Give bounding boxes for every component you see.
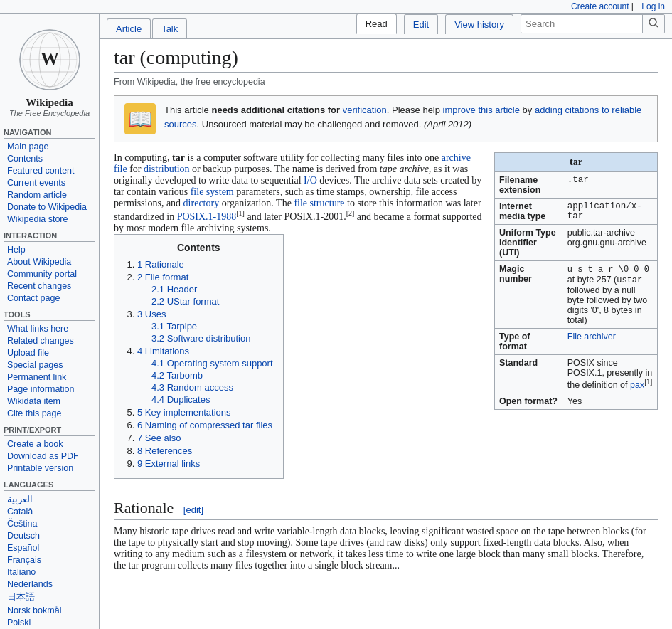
sidebar-item-lang-fr[interactable]: Français bbox=[7, 555, 41, 565]
posix-link[interactable]: POSIX.1-1988 bbox=[177, 211, 237, 222]
print-heading: Print/export bbox=[4, 426, 95, 436]
toc-link-uses[interactable]: 3 Uses bbox=[137, 309, 166, 319]
sidebar-item-contact[interactable]: Contact page bbox=[7, 293, 60, 303]
toc-link-ossupport[interactable]: 4.1 Operating system support bbox=[151, 358, 273, 369]
content-wrap: Article Talk Read Edit View history bbox=[100, 14, 672, 629]
table-row: Standard POSIX since POSIX.1, presently … bbox=[495, 355, 657, 393]
sidebar-item-page-info[interactable]: Page information bbox=[7, 384, 75, 394]
sidebar-item-store[interactable]: Wikipedia store bbox=[7, 214, 68, 224]
warning-box: 📖 This article needs additional citation… bbox=[114, 95, 658, 142]
toc-link-randomaccess[interactable]: 4.3 Random access bbox=[151, 382, 233, 393]
toc-link-header[interactable]: 2.1 Header bbox=[151, 284, 197, 295]
tab-read[interactable]: Read bbox=[356, 14, 397, 34]
sidebar-item-printable[interactable]: Printable version bbox=[7, 463, 73, 473]
improve-article-link[interactable]: improve this article bbox=[443, 105, 520, 115]
sidebar-item-main-page[interactable]: Main page bbox=[7, 142, 48, 152]
list-item: 4 Limitations 4.1 Operating system suppo… bbox=[137, 346, 273, 405]
list-item: 2.1 Header bbox=[151, 284, 273, 295]
toc-link-references[interactable]: 8 References bbox=[137, 445, 192, 456]
list-item: 8 References bbox=[137, 445, 273, 456]
file-structure-link[interactable]: file structure bbox=[294, 198, 344, 208]
filesystem-link[interactable]: file system bbox=[191, 186, 234, 197]
sidebar-item-upload[interactable]: Upload file bbox=[7, 348, 49, 358]
directory-link[interactable]: directory bbox=[183, 198, 220, 208]
verification-link[interactable]: verification bbox=[343, 105, 387, 115]
infobox-value: public.tar-archive org.gnu.gnu-archive bbox=[563, 225, 657, 261]
toc-link-externallinks[interactable]: 9 External links bbox=[137, 458, 200, 469]
sidebar-item-random[interactable]: Random article bbox=[7, 190, 67, 200]
tab-talk[interactable]: Talk bbox=[152, 18, 187, 38]
toc-link-ustar[interactable]: 2.2 UStar format bbox=[151, 296, 219, 307]
sidebar-item-lang-de[interactable]: Deutsch bbox=[7, 531, 40, 541]
sidebar-item-donate[interactable]: Donate to Wikipedia bbox=[7, 202, 87, 212]
sidebar-item-help[interactable]: Help bbox=[7, 245, 26, 255]
search-input[interactable] bbox=[521, 16, 642, 32]
infobox-label: Standard bbox=[495, 355, 563, 393]
sidebar-item-create-book[interactable]: Create a book bbox=[7, 439, 63, 449]
sidebar-item-cite[interactable]: Cite this page bbox=[7, 408, 61, 418]
toc-link-naming[interactable]: 6 Naming of compressed tar files bbox=[137, 420, 272, 430]
sidebar-item-lang-ca[interactable]: Català bbox=[7, 507, 33, 517]
search-button[interactable] bbox=[642, 15, 664, 33]
tab-edit[interactable]: Edit bbox=[404, 14, 438, 34]
sidebar-item-featured[interactable]: Featured content bbox=[7, 166, 75, 176]
rationale-edit-link[interactable]: [edit] bbox=[183, 504, 203, 515]
article-with-infobox: tar Filename extension .tar Internet med… bbox=[114, 152, 658, 571]
list-item: 4.2 Tarbomb bbox=[151, 370, 273, 381]
infobox-title: tar bbox=[495, 153, 657, 171]
search-icon bbox=[649, 18, 658, 28]
infobox-label: Internet media type bbox=[495, 199, 563, 225]
toc-link-softwaredist[interactable]: 3.2 Software distribution bbox=[151, 333, 250, 344]
sidebar-item-whatlinks[interactable]: What links here bbox=[7, 324, 68, 334]
warning-icon: 📖 bbox=[124, 103, 156, 134]
infobox: tar Filename extension .tar Internet med… bbox=[494, 152, 658, 410]
toc-link-implementations[interactable]: 5 Key implementations bbox=[137, 407, 231, 418]
logo-area: W Wikipedia The Free Encyclopedia bbox=[0, 21, 99, 121]
tab-view-history[interactable]: View history bbox=[445, 14, 513, 34]
sidebar-item-lang-ar[interactable]: العربية bbox=[7, 495, 33, 504]
infobox-label: Type of format bbox=[495, 329, 563, 355]
sidebar-item-current-events[interactable]: Current events bbox=[7, 178, 65, 188]
distribution-link[interactable]: distribution bbox=[144, 164, 190, 174]
toc-link-tarbomb[interactable]: 4.2 Tarbomb bbox=[151, 370, 203, 381]
languages-list: العربية Català Čeština Deutsch Español F… bbox=[4, 494, 95, 629]
tools-section: Tools What links here Related changes Up… bbox=[0, 310, 99, 418]
sidebar-item-lang-ja[interactable]: 日本語 bbox=[7, 592, 35, 602]
sidebar-item-about[interactable]: About Wikipedia bbox=[7, 257, 71, 267]
sidebar-item-related-changes[interactable]: Related changes bbox=[7, 336, 74, 346]
list-item: 4.3 Random access bbox=[151, 382, 273, 393]
sidebar-item-permanent[interactable]: Permanent link bbox=[7, 372, 66, 382]
infobox-value: .tar bbox=[563, 172, 657, 199]
sidebar-item-lang-nl[interactable]: Nederlands bbox=[7, 579, 53, 589]
toc-link-fileformat[interactable]: 2 File format bbox=[137, 272, 188, 282]
toc-list: 1 Rationale 2 File format 2.1 Header 2.2… bbox=[124, 259, 273, 469]
svg-line-10 bbox=[656, 25, 658, 27]
list-item: 1 Rationale bbox=[137, 259, 273, 270]
sidebar-item-community[interactable]: Community portal bbox=[7, 269, 77, 279]
sidebar-item-wikidata[interactable]: Wikidata item bbox=[7, 396, 60, 406]
toc-link-limitations[interactable]: 4 Limitations bbox=[137, 346, 189, 356]
sidebar-item-download-pdf[interactable]: Download as PDF bbox=[7, 451, 79, 461]
toc-link-rationale[interactable]: 1 Rationale bbox=[137, 259, 184, 270]
toc-link-seealso[interactable]: 7 See also bbox=[137, 433, 181, 443]
infobox-label: Open format? bbox=[495, 393, 563, 410]
io-link[interactable]: I/O bbox=[304, 175, 317, 186]
sidebar-item-special[interactable]: Special pages bbox=[7, 360, 63, 370]
tab-article[interactable]: Article bbox=[107, 18, 151, 38]
languages-section: Languages العربية Català Čeština Deutsch… bbox=[0, 480, 99, 629]
sidebar-item-contents[interactable]: Contents bbox=[7, 154, 43, 164]
toc-link-tarpipe[interactable]: 3.1 Tarpipe bbox=[151, 321, 197, 332]
sidebar-item-lang-cs[interactable]: Čeština bbox=[7, 519, 37, 529]
sidebar-item-lang-pl[interactable]: Polski bbox=[7, 618, 31, 628]
sidebar-item-lang-it[interactable]: Italiano bbox=[7, 567, 36, 577]
infobox-value: POSIX since POSIX.1, presently in the de… bbox=[563, 355, 657, 393]
create-account-link[interactable]: Create account bbox=[571, 1, 629, 11]
svg-point-9 bbox=[649, 18, 656, 26]
log-in-link[interactable]: Log in bbox=[641, 1, 665, 11]
sidebar-item-recent[interactable]: Recent changes bbox=[7, 281, 71, 291]
toc-link-duplicates[interactable]: 4.4 Duplicates bbox=[151, 394, 210, 405]
pax-link[interactable]: pax bbox=[630, 380, 644, 390]
sidebar-item-lang-nb[interactable]: Norsk bokmål bbox=[7, 606, 61, 615]
sidebar-item-lang-es[interactable]: Español bbox=[7, 543, 39, 553]
file-archiver-link[interactable]: File archiver bbox=[567, 332, 616, 342]
